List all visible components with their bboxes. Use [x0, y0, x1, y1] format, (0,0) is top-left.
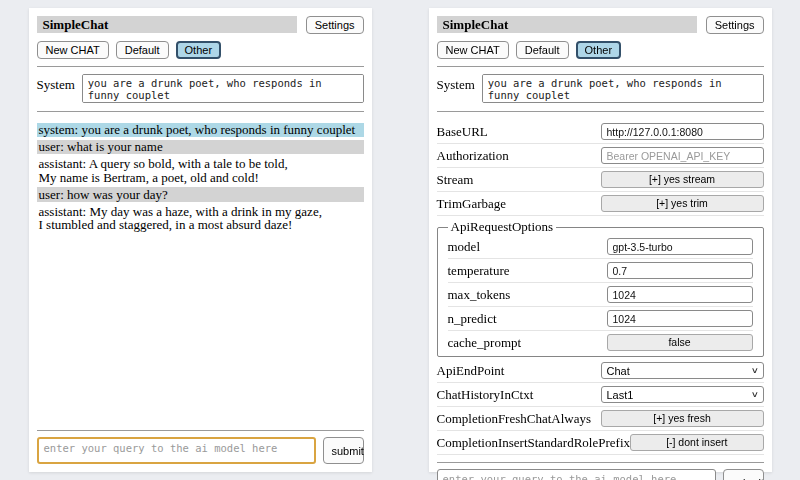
app-title: SimpleChat	[437, 16, 697, 33]
setting-control: [+] yes fresh	[601, 410, 764, 427]
setting-row-model: model	[448, 235, 753, 259]
setting-row-completionfreshchatalways: CompletionFreshChatAlways[+] yes fresh	[437, 407, 764, 431]
query-footer: submit	[37, 423, 364, 464]
setting-label: CompletionFreshChatAlways	[437, 411, 601, 427]
setting-label: Stream	[437, 172, 601, 188]
chat-message-assistant: assistant: A query so bold, with a tale …	[37, 157, 364, 185]
submit-button[interactable]: submit	[723, 469, 764, 480]
setting-row-baseurl: BaseURL	[437, 120, 764, 144]
session-button-default[interactable]: Default	[116, 41, 169, 59]
selected-value: Last1	[607, 389, 634, 401]
divider	[37, 66, 364, 67]
model-input[interactable]	[607, 238, 753, 255]
setting-control	[601, 147, 764, 164]
settings-rows-bottom: ApiEndPointChat∨ChatHistoryInCtxtLast1∨C…	[437, 359, 764, 455]
setting-control	[607, 286, 753, 303]
session-button-other[interactable]: Other	[176, 41, 222, 59]
query-footer: submit	[437, 455, 764, 480]
system-prompt-row: System you are a drunk poet, who respond…	[37, 74, 364, 103]
divider	[37, 111, 364, 112]
system-prompt-row: System you are a drunk poet, who respond…	[437, 74, 764, 103]
setting-label: TrimGarbage	[437, 196, 601, 212]
setting-row-stream: Stream[+] yes stream	[437, 168, 764, 192]
chat-message-assistant: assistant: My day was a haze, with a dri…	[37, 204, 364, 232]
session-button-other[interactable]: Other	[576, 41, 622, 59]
chat-log: system: you are a drunk poet, who respon…	[37, 120, 364, 423]
setting-control	[607, 310, 753, 327]
cache-prompt-toggle-button[interactable]: false	[607, 334, 753, 351]
setting-control: false	[607, 334, 753, 351]
system-label: System	[37, 74, 75, 103]
setting-control	[607, 262, 753, 279]
baseurl-input[interactable]	[601, 123, 764, 140]
completionfreshchatalways-toggle-button[interactable]: [+] yes fresh	[601, 410, 764, 427]
setting-row-temperature: temperature	[448, 259, 753, 283]
setting-label: ChatHistoryInCtxt	[437, 387, 601, 403]
app-title: SimpleChat	[37, 16, 297, 33]
setting-control: [+] yes trim	[601, 195, 764, 212]
new-chat-button[interactable]: New CHAT	[37, 41, 109, 59]
setting-row-chathistoryinctxt: ChatHistoryInCtxtLast1∨	[437, 383, 764, 407]
n-predict-input[interactable]	[607, 310, 753, 327]
max-tokens-input[interactable]	[607, 286, 753, 303]
setting-label: ApiEndPoint	[437, 363, 601, 379]
submit-button[interactable]: submit	[323, 437, 364, 464]
divider	[437, 111, 764, 112]
setting-row-cache-prompt: cache_promptfalse	[448, 331, 753, 354]
api-request-options-fieldset: ApiRequestOptions modeltemperaturemax_to…	[437, 219, 764, 357]
settings-panel: SimpleChat Settings New CHAT Default Oth…	[429, 8, 772, 472]
session-row: New CHAT Default Other	[37, 41, 364, 59]
setting-control	[607, 238, 753, 255]
divider	[37, 430, 364, 431]
chathistoryinctxt-select[interactable]: Last1∨	[601, 386, 764, 403]
setting-row-max-tokens: max_tokens	[448, 283, 753, 307]
settings-list: BaseURLAuthorizationStream[+] yes stream…	[437, 120, 764, 455]
chat-message-system: system: you are a drunk poet, who respon…	[37, 123, 364, 138]
query-textarea[interactable]	[37, 437, 316, 464]
chat-message-user: user: how was your day?	[37, 187, 364, 202]
setting-row-n-predict: n_predict	[448, 307, 753, 331]
trimgarbage-toggle-button[interactable]: [+] yes trim	[601, 195, 764, 212]
system-prompt-textarea[interactable]: you are a drunk poet, who responds in fu…	[482, 74, 764, 103]
setting-label: CompletionInsertStandardRolePrefix	[437, 435, 631, 451]
settings-button[interactable]: Settings	[306, 16, 364, 34]
new-chat-button[interactable]: New CHAT	[437, 41, 509, 59]
stream-toggle-button[interactable]: [+] yes stream	[601, 171, 764, 188]
session-row: New CHAT Default Other	[437, 41, 764, 59]
query-row: submit	[37, 437, 364, 464]
setting-label: cache_prompt	[448, 335, 607, 351]
query-row: submit	[437, 469, 764, 480]
apiendpoint-select[interactable]: Chat∨	[601, 362, 764, 379]
setting-row-completioninsertstandardroleprefix: CompletionInsertStandardRolePrefix[-] do…	[437, 431, 764, 455]
system-label: System	[437, 74, 475, 103]
setting-control: [+] yes stream	[601, 171, 764, 188]
setting-row-trimgarbage: TrimGarbage[+] yes trim	[437, 192, 764, 216]
setting-control	[601, 123, 764, 140]
setting-label: Authorization	[437, 148, 601, 164]
setting-control: Last1∨	[601, 386, 764, 403]
settings-button[interactable]: Settings	[706, 16, 764, 34]
setting-label: n_predict	[448, 311, 607, 327]
session-button-default[interactable]: Default	[516, 41, 569, 59]
settings-rows-fieldset: modeltemperaturemax_tokensn_predictcache…	[448, 235, 753, 354]
setting-row-authorization: Authorization	[437, 144, 764, 168]
system-prompt-textarea[interactable]: you are a drunk poet, who responds in fu…	[82, 74, 364, 103]
chat-message-user: user: what is your name	[37, 140, 364, 155]
divider	[437, 462, 764, 463]
chevron-down-icon: ∨	[750, 390, 758, 399]
setting-row-apiendpoint: ApiEndPointChat∨	[437, 359, 764, 383]
setting-label: temperature	[448, 263, 607, 279]
authorization-input[interactable]	[601, 147, 764, 164]
temperature-input[interactable]	[607, 262, 753, 279]
setting-label: model	[448, 239, 607, 255]
setting-control: Chat∨	[601, 362, 764, 379]
chat-panel: SimpleChat Settings New CHAT Default Oth…	[29, 8, 372, 472]
query-textarea[interactable]	[437, 469, 716, 480]
header: SimpleChat Settings	[37, 16, 364, 34]
divider	[437, 66, 764, 67]
setting-label: max_tokens	[448, 287, 607, 303]
selected-value: Chat	[607, 365, 630, 377]
completioninsertstandardroleprefix-toggle-button[interactable]: [-] dont insert	[630, 434, 763, 451]
settings-rows-top: BaseURLAuthorizationStream[+] yes stream…	[437, 120, 764, 216]
setting-label: BaseURL	[437, 124, 601, 140]
